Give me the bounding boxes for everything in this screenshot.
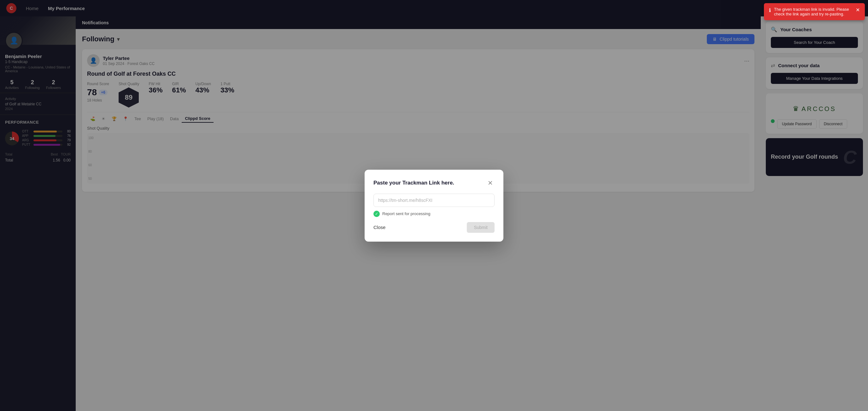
success-check-icon: ✓: [373, 211, 380, 217]
toast-close-button[interactable]: ✕: [856, 7, 860, 13]
modal-submit-button[interactable]: Submit: [467, 222, 495, 233]
modal-header: Paste your Trackman Link here. ✕: [373, 179, 495, 187]
toast-message: The given trackman link is invalid. Plea…: [774, 7, 852, 17]
success-text: Report sent for processing: [382, 211, 430, 216]
error-toast: ℹ The given trackman link is invalid. Pl…: [764, 3, 865, 20]
modal-overlay: Paste your Trackman Link here. ✕ ✓ Repor…: [0, 0, 868, 411]
trackman-modal: Paste your Trackman Link here. ✕ ✓ Repor…: [365, 170, 503, 242]
modal-success-message: ✓ Report sent for processing: [373, 211, 495, 217]
modal-close-text-button[interactable]: Close: [373, 222, 385, 232]
warning-icon: ℹ: [769, 7, 771, 13]
modal-close-button[interactable]: ✕: [486, 179, 495, 187]
modal-footer: Close Submit: [373, 222, 495, 233]
trackman-link-input[interactable]: [373, 194, 495, 207]
modal-title: Paste your Trackman Link here.: [373, 180, 454, 186]
